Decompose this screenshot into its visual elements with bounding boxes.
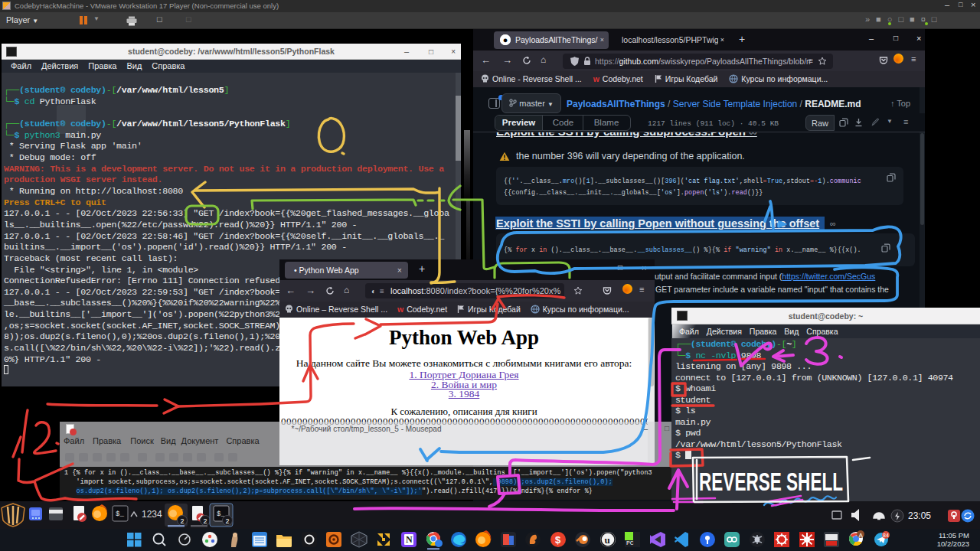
svg-text:2: 2	[226, 517, 230, 525]
svg-text:2: 2	[181, 517, 185, 525]
svg-text:1234: 1234	[142, 509, 162, 520]
svg-text:$_: $_	[116, 510, 124, 518]
svg-text:u: u	[605, 534, 610, 546]
svg-text:$: $	[555, 534, 561, 546]
svg-text:PC: PC	[626, 540, 634, 546]
svg-text:A: A	[859, 532, 864, 539]
svg-text:2: 2	[204, 517, 207, 525]
svg-text:N: N	[406, 534, 413, 545]
svg-text:84: 84	[883, 533, 889, 538]
svg-text:23:05: 23:05	[908, 510, 931, 521]
